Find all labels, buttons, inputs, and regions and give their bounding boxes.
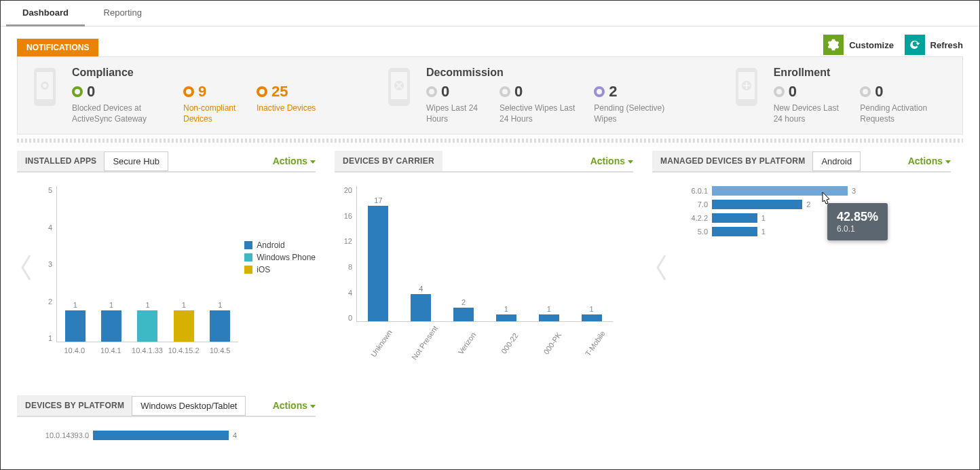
legend-label: iOS <box>257 265 270 274</box>
ytick: 0 <box>348 314 352 322</box>
tab-dashboard[interactable]: Dashboard <box>6 1 85 26</box>
chevron-left-icon[interactable] <box>20 254 33 281</box>
kpi-label: New Devices Last 24 hours <box>774 103 848 124</box>
ring-icon <box>426 86 437 97</box>
bar[interactable]: 1 <box>130 301 164 342</box>
bar-label: 10.4.1.33 <box>130 346 164 355</box>
kpi-pending-activation[interactable]: 0 Pending Activation Requests <box>860 83 938 124</box>
customize-label: Customize <box>849 40 894 50</box>
panel-actions-button[interactable]: Actions <box>908 156 951 166</box>
kpi-selective-wipes[interactable]: 0 Selective Wipes Last 24 Hours <box>500 83 582 124</box>
kpi-label: Non-compliant Devices <box>183 103 244 124</box>
notifications-heading: NOTIFICATIONS <box>17 39 98 56</box>
ytick: 8 <box>348 263 352 271</box>
hbar-row[interactable]: 6.0.13 <box>670 186 951 196</box>
hbar-row[interactable]: 5.01 <box>670 227 951 236</box>
chevron-down-icon <box>310 160 316 164</box>
actions-label: Actions <box>273 400 307 411</box>
kpi-noncompliant[interactable]: 9 Non-compliant Devices <box>183 83 244 124</box>
panel-actions-button[interactable]: Actions <box>590 156 633 166</box>
hbar-row[interactable]: 7.02 <box>670 200 951 209</box>
ytick: 1 <box>48 334 52 342</box>
group-compliance: Compliance 0 Blocked Devices at ActiveSy… <box>30 67 330 124</box>
kpi-value: 25 <box>271 83 288 101</box>
chevron-left-icon[interactable] <box>655 254 668 281</box>
bar-label: 10.4.1 <box>94 346 128 355</box>
chevron-down-icon <box>628 160 633 164</box>
swatch-icon <box>244 253 252 261</box>
panel-devices-by-carrier: DEVICES BY CARRIER Actions 20 16 12 8 4 … <box>335 151 633 376</box>
ytick: 4 <box>348 289 352 297</box>
kpi-value: 0 <box>789 83 797 101</box>
bar[interactable]: 1 <box>573 305 611 321</box>
ytick: 2 <box>48 297 52 306</box>
panel-actions-button[interactable]: Actions <box>273 400 316 411</box>
kpi-value: 2 <box>609 83 617 101</box>
tooltip-sub: 6.0.1 <box>837 224 878 234</box>
bar[interactable]: 4 <box>402 285 440 321</box>
kpi-wipes[interactable]: 0 Wipes Last 24 Hours <box>426 83 487 124</box>
bar[interactable]: 1 <box>530 305 568 321</box>
kpi-value: 0 <box>441 83 449 101</box>
bar-label: Verizon <box>452 325 481 361</box>
bar[interactable]: 1 <box>487 305 525 321</box>
ring-icon <box>183 86 194 97</box>
swatch-icon <box>244 241 252 249</box>
kpi-label: Wipes Last 24 Hours <box>426 103 487 124</box>
ring-icon <box>594 86 605 97</box>
hbar-row[interactable]: 10.0.14393.04 <box>35 431 316 440</box>
kpi-value: 0 <box>87 83 95 101</box>
chevron-down-icon <box>310 405 316 408</box>
group-enrollment: Enrollment 0 New Devices Last 24 hours 0… <box>732 67 950 124</box>
ring-icon <box>860 86 871 97</box>
device-icon <box>384 67 414 109</box>
kpi-inactive[interactable]: 25 Inactive Devices <box>257 83 318 124</box>
bar[interactable]: 2 <box>445 298 483 321</box>
tab-reporting[interactable]: Reporting <box>88 1 158 24</box>
panel-installed-apps: INSTALLED APPS Secure Hub Actions 5 4 3 … <box>17 151 316 376</box>
kpi-label: Blocked Devices at ActiveSync Gateway <box>72 103 171 124</box>
tooltip-value: 42.85% <box>837 210 878 224</box>
gear-icon <box>823 35 844 55</box>
refresh-button[interactable]: Refresh <box>905 35 963 55</box>
chart-legend: Android Windows Phone iOS <box>244 240 316 277</box>
kpi-pending-wipes[interactable]: 2 Pending (Selective) Wipes <box>594 83 664 124</box>
ytick: 12 <box>344 237 352 245</box>
refresh-icon <box>905 35 925 55</box>
customize-button[interactable]: Customize <box>823 35 894 55</box>
decommission-title: Decommission <box>426 67 677 79</box>
ring-icon <box>72 86 83 97</box>
ytick: 5 <box>48 186 52 194</box>
panel-title: DEVICES BY PLATFORM <box>17 395 132 416</box>
kpi-value: 9 <box>198 83 206 101</box>
bar[interactable]: 1 <box>94 301 128 342</box>
ytick: 16 <box>344 212 352 220</box>
device-icon <box>732 67 761 109</box>
bar[interactable]: 1 <box>203 301 237 342</box>
actions-label: Actions <box>908 156 943 166</box>
kpi-value: 0 <box>514 83 523 101</box>
kpi-blocked[interactable]: 0 Blocked Devices at ActiveSync Gateway <box>72 83 171 124</box>
ytick: 3 <box>48 260 52 268</box>
bar[interactable]: 1 <box>167 301 201 342</box>
legend-item[interactable]: iOS <box>244 265 316 274</box>
panel-filter[interactable]: Android <box>812 151 861 171</box>
panel-filter[interactable]: Windows Desktop/Tablet <box>132 396 246 416</box>
chart-tooltip: 42.85% 6.0.1 <box>827 203 888 240</box>
legend-item[interactable]: Windows Phone <box>244 253 316 262</box>
panel-actions-button[interactable]: Actions <box>273 156 316 166</box>
ytick: 20 <box>344 186 352 194</box>
bar[interactable]: 17 <box>359 196 397 321</box>
bar-label: 10.4.5 <box>203 346 237 355</box>
group-decommission: Decommission 0 Wipes Last 24 Hours 0 Sel… <box>384 67 677 124</box>
hbar-row[interactable]: 4.2.21 <box>670 213 951 223</box>
kpi-label: Pending (Selective) Wipes <box>594 103 664 124</box>
panel-filter[interactable]: Secure Hub <box>104 151 168 171</box>
legend-item[interactable]: Android <box>244 240 316 250</box>
panel-title: INSTALLED APPS <box>17 151 105 171</box>
bar-label: T-Mobile <box>580 325 609 361</box>
ytick: 4 <box>48 223 52 232</box>
kpi-new-devices[interactable]: 0 New Devices Last 24 hours <box>774 83 848 124</box>
bar[interactable]: 1 <box>58 301 92 342</box>
bar-label: Unknown <box>366 325 396 361</box>
